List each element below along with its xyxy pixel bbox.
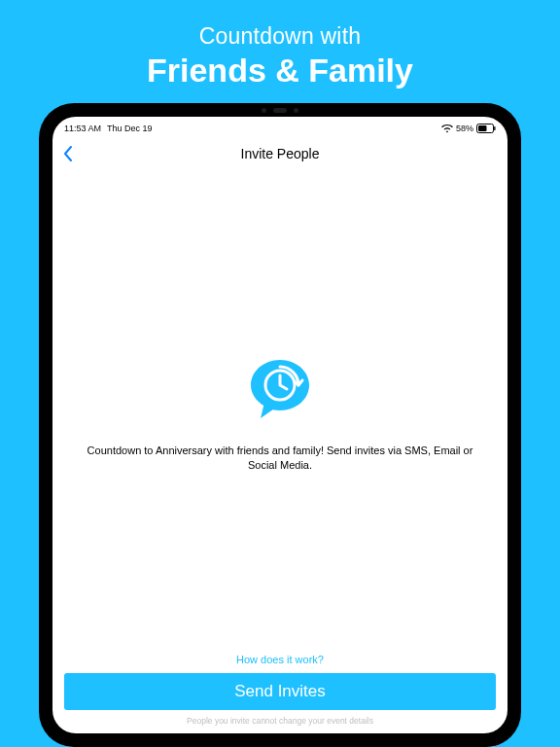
send-invites-button[interactable]: Send Invites	[64, 673, 496, 710]
main-content: Countdown to Anniversary with friends an…	[52, 170, 508, 654]
device-screen: 11:53 AM Thu Dec 19 58% Invite	[52, 117, 508, 733]
promo-line1: Countdown with	[0, 23, 560, 50]
invite-clock-bubble-icon	[243, 352, 317, 426]
wifi-icon	[441, 124, 453, 133]
how-does-it-work-link[interactable]: How does it work?	[64, 654, 496, 665]
status-right: 58%	[441, 124, 496, 133]
invite-description: Countdown to Anniversary with friends an…	[86, 444, 474, 473]
invite-hint-text: People you invite cannot change your eve…	[64, 716, 496, 726]
promo-background: Countdown with Friends & Family 11:53 AM…	[0, 0, 560, 747]
footer-area: How does it work? Send Invites People yo…	[52, 654, 508, 733]
status-left: 11:53 AM Thu Dec 19	[64, 124, 153, 133]
tablet-frame: 11:53 AM Thu Dec 19 58% Invite	[39, 103, 521, 747]
promo-line2: Friends & Family	[0, 52, 560, 89]
page-title: Invite People	[241, 146, 320, 161]
svg-rect-1	[478, 125, 487, 131]
chevron-left-icon	[62, 145, 74, 162]
status-date: Thu Dec 19	[107, 124, 153, 133]
battery-percent: 58%	[456, 124, 473, 133]
tablet-camera-dots	[39, 108, 521, 113]
promo-headline: Countdown with Friends & Family	[0, 23, 560, 89]
status-bar: 11:53 AM Thu Dec 19 58%	[52, 120, 508, 137]
status-time: 11:53 AM	[64, 124, 101, 133]
nav-bar: Invite People	[52, 137, 508, 170]
back-button[interactable]	[62, 137, 74, 170]
battery-icon	[476, 124, 496, 133]
svg-rect-2	[494, 126, 495, 130]
